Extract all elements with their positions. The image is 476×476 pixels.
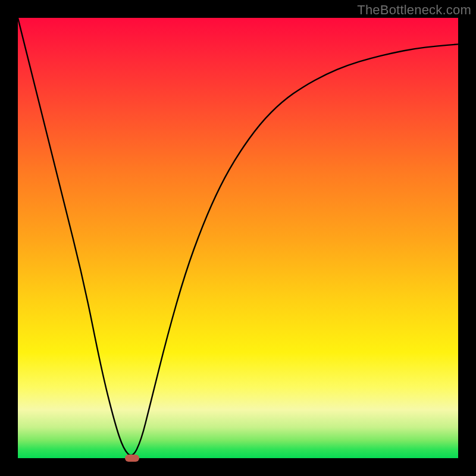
watermark-text: TheBottleneck.com [357,2,471,18]
optimal-marker [125,455,139,462]
chart-frame: TheBottleneck.com [0,0,476,476]
bottleneck-curve [18,18,458,458]
plot-area [18,18,458,458]
